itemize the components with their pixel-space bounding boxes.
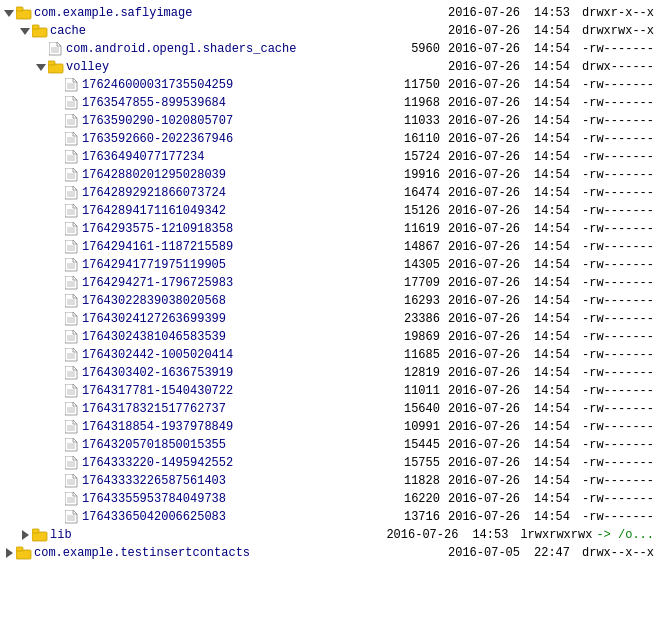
list-item[interactable]: 1764317781-1540430722110112016-07-2614:5… xyxy=(0,382,656,400)
expander-icon[interactable] xyxy=(18,528,32,542)
item-permissions: drwx--x--x xyxy=(582,546,654,560)
file-icon xyxy=(64,474,80,488)
item-time: 14:54 xyxy=(534,168,574,182)
item-time: 14:54 xyxy=(534,438,574,452)
item-name: 17643365042006625083 xyxy=(82,510,226,524)
list-item[interactable]: 17642892921866073724164742016-07-2614:54… xyxy=(0,184,656,202)
item-time: 14:54 xyxy=(534,240,574,254)
file-icon xyxy=(64,348,80,362)
list-item[interactable]: 17642894171161049342151262016-07-2614:54… xyxy=(0,202,656,220)
item-name: 176246000031735504259 xyxy=(82,78,233,92)
item-date: 2016-07-26 xyxy=(448,402,528,416)
expander-icon[interactable] xyxy=(34,60,48,74)
item-name: 1764317781-1540430722 xyxy=(82,384,233,398)
list-item[interactable]: 1764333220-1495942552157552016-07-2614:5… xyxy=(0,454,656,472)
item-size: 16293 xyxy=(390,294,440,308)
list-item[interactable]: 1764302442-1005020414116852016-07-2614:5… xyxy=(0,346,656,364)
item-size: 15126 xyxy=(390,204,440,218)
item-name: 17643333226587561403 xyxy=(82,474,226,488)
expander-icon[interactable] xyxy=(2,546,16,560)
item-size: 15640 xyxy=(390,402,440,416)
file-icon xyxy=(64,114,80,128)
list-item[interactable]: com.example.saflyimage2016-07-2614:53drw… xyxy=(0,4,656,22)
list-item[interactable]: 17642941771975119905143052016-07-2614:54… xyxy=(0,256,656,274)
item-date: 2016-07-26 xyxy=(448,294,528,308)
item-time: 14:54 xyxy=(534,348,574,362)
list-item[interactable]: 1764318854-1937978849109912016-07-2614:5… xyxy=(0,418,656,436)
list-item[interactable]: 176246000031735504259117502016-07-2614:5… xyxy=(0,76,656,94)
svg-marker-34 xyxy=(65,186,77,199)
item-permissions: -rw------- xyxy=(582,420,654,434)
list-item[interactable]: lib2016-07-2614:53lrwxrwxrwx-> /o... xyxy=(0,526,656,544)
item-permissions: -rw------- xyxy=(582,168,654,182)
item-permissions: -rw------- xyxy=(582,456,654,470)
item-time: 14:54 xyxy=(534,42,574,56)
folder-icon xyxy=(16,6,32,20)
list-item[interactable]: 1763592660-2022367946161102016-07-2614:5… xyxy=(0,130,656,148)
svg-marker-86 xyxy=(65,420,77,433)
item-size: 16474 xyxy=(390,186,440,200)
folder-icon xyxy=(16,546,32,560)
item-time: 14:54 xyxy=(534,222,574,236)
list-item[interactable]: com.example.testinsertcontacts2016-07-05… xyxy=(0,544,656,562)
list-item[interactable]: 17643365042006625083137162016-07-2614:54… xyxy=(0,508,656,526)
list-item[interactable]: 17643178321517762737156402016-07-2614:54… xyxy=(0,400,656,418)
item-date: 2016-07-26 xyxy=(448,222,528,236)
item-time: 22:47 xyxy=(534,546,574,560)
item-time: 14:54 xyxy=(534,24,574,38)
item-date: 2016-07-26 xyxy=(448,60,528,74)
svg-marker-54 xyxy=(65,276,77,289)
item-name: 17642894171161049342 xyxy=(82,204,226,218)
item-name: 1763592660-2022367946 xyxy=(82,132,233,146)
list-item[interactable]: 17643355953784049738162202016-07-2614:54… xyxy=(0,490,656,508)
file-icon xyxy=(64,96,80,110)
item-time: 14:53 xyxy=(472,528,512,542)
item-size: 14867 xyxy=(390,240,440,254)
file-icon xyxy=(48,42,64,56)
item-size: 11685 xyxy=(390,348,440,362)
list-item[interactable]: 1764293575-1210918358116192016-07-2614:5… xyxy=(0,220,656,238)
list-item[interactable]: 17643333226587561403118282016-07-2614:54… xyxy=(0,472,656,490)
svg-marker-78 xyxy=(65,384,77,397)
list-item[interactable]: 1764294271-1796725983177092016-07-2614:5… xyxy=(0,274,656,292)
item-size: 11033 xyxy=(390,114,440,128)
list-item[interactable]: 1763547855-899539684119682016-07-2614:54… xyxy=(0,94,656,112)
item-size: 16110 xyxy=(390,132,440,146)
item-size: 15724 xyxy=(390,150,440,164)
list-item[interactable]: 17643024127263699399233862016-07-2614:54… xyxy=(0,310,656,328)
item-permissions: -rw------- xyxy=(582,240,654,254)
list-item[interactable]: com.android.opengl.shaders_cache59602016… xyxy=(0,40,656,58)
item-time: 14:54 xyxy=(534,456,574,470)
list-item[interactable]: 17636494077177234157242016-07-2614:54-rw… xyxy=(0,148,656,166)
list-item[interactable]: volley2016-07-2614:54drwx------ xyxy=(0,58,656,76)
svg-marker-26 xyxy=(65,150,77,163)
item-date: 2016-07-26 xyxy=(448,330,528,344)
item-date: 2016-07-26 xyxy=(448,240,528,254)
list-item[interactable]: 17643022839038020568162932016-07-2614:54… xyxy=(0,292,656,310)
list-item[interactable]: 17643205701850015355154452016-07-2614:54… xyxy=(0,436,656,454)
list-item[interactable]: 1764303402-1636753919128192016-07-2614:5… xyxy=(0,364,656,382)
expander-icon[interactable] xyxy=(18,24,32,38)
list-item[interactable]: 17643024381046583539198692016-07-2614:54… xyxy=(0,328,656,346)
file-icon xyxy=(64,384,80,398)
item-name: 17643178321517762737 xyxy=(82,402,226,416)
item-size: 23386 xyxy=(390,312,440,326)
item-permissions: -rw------- xyxy=(582,258,654,272)
file-icon xyxy=(64,240,80,254)
item-permissions: -rw------- xyxy=(582,366,654,380)
item-permissions: -rw------- xyxy=(582,204,654,218)
expander-icon[interactable] xyxy=(2,6,16,20)
svg-marker-30 xyxy=(65,168,77,181)
file-icon xyxy=(64,510,80,524)
list-item[interactable]: 1763590290-1020805707110332016-07-2614:5… xyxy=(0,112,656,130)
svg-marker-46 xyxy=(65,240,77,253)
item-date: 2016-07-26 xyxy=(448,384,528,398)
item-time: 14:54 xyxy=(534,510,574,524)
item-date: 2016-07-26 xyxy=(386,528,466,542)
item-time: 14:54 xyxy=(534,132,574,146)
list-item[interactable]: 1764294161-1187215589148672016-07-2614:5… xyxy=(0,238,656,256)
list-item[interactable]: cache2016-07-2614:54drwxrwx--x xyxy=(0,22,656,40)
list-item[interactable]: 17642880201295028039199162016-07-2614:54… xyxy=(0,166,656,184)
folder-icon xyxy=(32,528,48,542)
item-name: volley xyxy=(66,60,109,74)
